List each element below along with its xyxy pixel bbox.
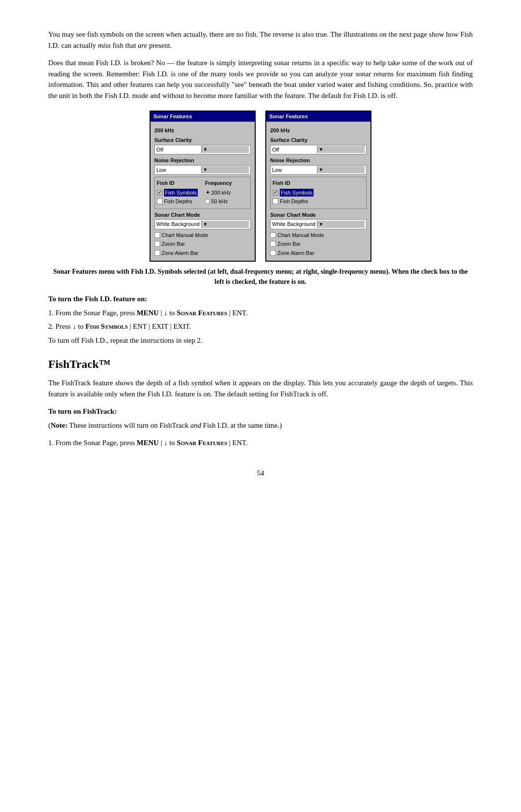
left-zone-alarm-checkbox[interactable] — [154, 250, 160, 256]
left-fish-id-title: Fish ID — [157, 179, 200, 187]
dialog-right-title: Sonar Features — [266, 112, 370, 122]
fishtrack-step1: 1. From the Sonar Page, press MENU | ↓ t… — [48, 437, 473, 448]
right-fish-id-section: Fish ID ✓ Fish Symbols Fish Depths — [270, 177, 367, 209]
right-surface-clarity-dropdown[interactable]: Off ▼ — [270, 145, 367, 155]
right-chart-manual-label: Chart Manual Mode — [277, 231, 324, 239]
right-fish-symbols-row[interactable]: ✓ Fish Symbols — [273, 189, 364, 197]
fish-id-step2: 2. Press ↓ to Fish Symbols | ENT | EXIT … — [48, 321, 473, 332]
fish-symbols-label-step: Fish Symbols — [85, 322, 128, 330]
menu-label-2: MENU — [137, 439, 159, 447]
sonar-features-label-1: Sonar Features — [177, 309, 227, 317]
dialog-left: Sonar Features 200 kHz Surface Clarity O… — [150, 111, 256, 262]
dialog-right-body: 200 kHz Surface Clarity Off ▼ Noise Reje… — [266, 122, 370, 261]
right-fish-symbols-checkbox[interactable]: ✓ — [273, 190, 278, 196]
right-sonar-chart-dropdown[interactable]: White Background ▼ — [270, 219, 367, 229]
menu-label-1: MENU — [137, 309, 159, 317]
left-zoom-bar-checkbox[interactable] — [154, 241, 160, 247]
left-chart-manual-row[interactable]: Chart Manual Mode — [154, 231, 251, 239]
left-chart-manual-checkbox[interactable] — [154, 232, 160, 238]
fish-id-step1: 1. From the Sonar Page, press MENU | ↓ t… — [48, 308, 473, 319]
page-number: 54 — [48, 468, 473, 479]
left-zoom-bar-label: Zoom Bar — [162, 240, 185, 248]
right-zoom-bar-row[interactable]: Zoom Bar — [270, 240, 367, 248]
right-zoom-bar-checkbox[interactable] — [270, 241, 276, 247]
paragraph-2: Does that mean Fish I.D. is broken? No —… — [48, 57, 473, 101]
left-khz-label: 200 kHz — [154, 126, 251, 135]
left-fish-id-right: Frequency 200 kHz 50 kHz — [205, 179, 248, 207]
right-fish-id-title: Fish ID — [273, 179, 364, 187]
right-surface-clarity-arrow[interactable]: ▼ — [317, 146, 365, 153]
right-sonar-chart-label: Sonar Chart Mode — [270, 211, 367, 219]
sonar-features-label-2: Sonar Features — [177, 439, 227, 447]
left-surface-clarity-dropdown[interactable]: Off ▼ — [154, 145, 251, 155]
right-khz-label: 200 kHz — [270, 126, 367, 135]
fishtrack-note: (Note: These instructions will turn on F… — [48, 420, 473, 431]
right-fish-symbols-label: Fish Symbols — [280, 189, 314, 197]
left-noise-rejection-arrow[interactable]: ▼ — [201, 166, 249, 173]
right-zoom-bar-label: Zoom Bar — [277, 240, 301, 248]
fishtrack-heading: FishTrack™ — [48, 355, 473, 373]
left-fish-id-section: Fish ID ✓ Fish Symbols Fish Depths — [154, 177, 251, 209]
right-chart-manual-checkbox[interactable] — [270, 232, 276, 238]
left-surface-clarity-arrow[interactable]: ▼ — [201, 146, 249, 153]
left-sonar-chart-dropdown[interactable]: White Background ▼ — [154, 219, 251, 229]
right-surface-clarity-label: Surface Clarity — [270, 136, 367, 144]
left-fish-id-row: Fish ID ✓ Fish Symbols Fish Depths — [157, 179, 248, 207]
left-freq-50-radio[interactable] — [205, 199, 210, 204]
left-fish-symbols-label: Fish Symbols — [164, 189, 198, 197]
fish-id-section-heading: To turn the Fish I.D. feature on: — [48, 294, 473, 305]
right-fish-depths-checkbox[interactable] — [273, 198, 278, 204]
left-freq-200-row[interactable]: 200 kHz — [205, 189, 248, 197]
left-fish-depths-row[interactable]: Fish Depths — [157, 197, 200, 206]
left-freq-50-label: 50 kHz — [211, 197, 228, 206]
left-noise-rejection-label: Noise Rejection — [154, 156, 251, 165]
left-freq-200-label: 200 kHz — [211, 189, 231, 197]
dialog-left-body: 200 kHz Surface Clarity Off ▼ Noise Reje… — [151, 122, 255, 261]
left-zone-alarm-label: Zone Alarm Bar — [162, 249, 198, 257]
left-sonar-chart-arrow[interactable]: ▼ — [201, 221, 249, 228]
right-sonar-chart-arrow[interactable]: ▼ — [317, 221, 365, 228]
left-freq-200-radio[interactable] — [205, 190, 210, 195]
right-noise-rejection-dropdown[interactable]: Low ▼ — [270, 165, 367, 175]
right-zone-alarm-checkbox[interactable] — [270, 250, 276, 256]
fishtrack-paragraph: The FishTrack feature shows the depth of… — [48, 378, 473, 399]
dialogs-container: Sonar Features 200 kHz Surface Clarity O… — [48, 111, 473, 262]
left-chart-manual-label: Chart Manual Mode — [162, 231, 208, 239]
left-fish-symbols-checkbox[interactable]: ✓ — [157, 190, 163, 196]
fishtrack-subheading: To turn on FishTrack: — [48, 406, 473, 417]
page-content: You may see fish symbols on the screen w… — [48, 29, 473, 478]
left-zone-alarm-row[interactable]: Zone Alarm Bar — [154, 249, 251, 257]
left-surface-clarity-label: Surface Clarity — [154, 136, 251, 144]
left-sonar-chart-label: Sonar Chart Mode — [154, 211, 251, 219]
right-zone-alarm-label: Zone Alarm Bar — [277, 249, 314, 257]
fish-id-turnoff: To turn off Fish I.D., repeat the instru… — [48, 335, 473, 346]
left-zoom-bar-row[interactable]: Zoom Bar — [154, 240, 251, 248]
left-frequency-title: Frequency — [205, 179, 248, 187]
right-noise-rejection-arrow[interactable]: ▼ — [317, 166, 365, 173]
left-fish-id-left: Fish ID ✓ Fish Symbols Fish Depths — [157, 179, 200, 207]
right-fish-depths-label: Fish Depths — [280, 197, 308, 206]
right-fish-depths-row[interactable]: Fish Depths — [273, 197, 364, 206]
right-noise-rejection-label: Noise Rejection — [270, 156, 367, 165]
right-zone-alarm-row[interactable]: Zone Alarm Bar — [270, 249, 367, 257]
left-fish-depths-label: Fish Depths — [164, 197, 192, 206]
dialog-caption: Sonar Features menu with Fish I.D. Symbo… — [48, 266, 473, 287]
paragraph-1: You may see fish symbols on the screen w… — [48, 29, 473, 51]
dialog-left-title: Sonar Features — [151, 112, 255, 122]
right-chart-manual-row[interactable]: Chart Manual Mode — [270, 231, 367, 239]
left-noise-rejection-dropdown[interactable]: Low ▼ — [154, 165, 251, 175]
left-freq-50-row[interactable]: 50 kHz — [205, 197, 248, 206]
left-fish-symbols-row[interactable]: ✓ Fish Symbols — [157, 189, 200, 197]
left-fish-depths-checkbox[interactable] — [157, 198, 163, 204]
dialog-right: Sonar Features 200 kHz Surface Clarity O… — [265, 111, 371, 262]
